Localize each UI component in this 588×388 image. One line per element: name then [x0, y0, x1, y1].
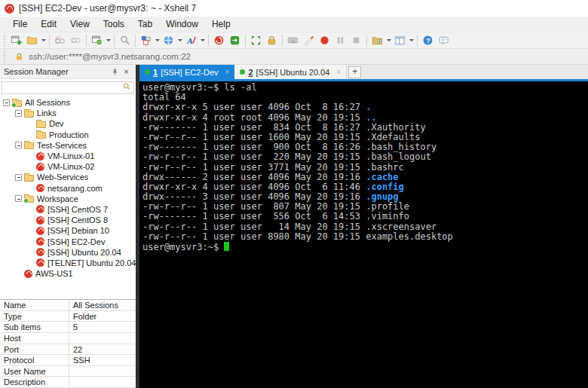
- toolbar-separator: [208, 35, 209, 47]
- session-properties-icon: [91, 35, 103, 46]
- tree-item-ssh-ubuntu-20-04[interactable]: [SSH] Ubuntu 20.04: [0, 247, 136, 258]
- lock-button[interactable]: [264, 33, 280, 47]
- search-icon: [122, 82, 131, 91]
- terminal-line: -rw-r--r-- 1 user user 8980 May 20 19:15…: [142, 232, 588, 242]
- terminal-dir-name: .config: [366, 182, 404, 192]
- font-button[interactable]: A: [183, 33, 199, 47]
- session-manager-panel: Session Manager × All SessionsLinksDevPr…: [0, 65, 139, 388]
- on-screen-keyboard-button[interactable]: [285, 33, 301, 47]
- tree-item-label: Workspace: [37, 194, 78, 203]
- color-scheme-dropdown[interactable]: [154, 33, 161, 47]
- tree-item-ssh-centos-7[interactable]: [SSH] CentOS 7: [0, 204, 136, 215]
- close-panel-button[interactable]: ×: [121, 66, 132, 78]
- tab-ssh-ubuntu-20-04[interactable]: 2 [SSH] Ubuntu 20.04×: [234, 65, 347, 79]
- menu-tab[interactable]: Tab: [131, 17, 159, 32]
- menu-window[interactable]: Window: [159, 17, 205, 32]
- record-session-button[interactable]: [317, 33, 332, 47]
- tree-item-aws-us1[interactable]: AWS-US1: [0, 268, 136, 279]
- address-bar-grip[interactable]: [3, 50, 7, 63]
- prop-label: Type: [0, 311, 69, 322]
- tree-expander[interactable]: [15, 174, 22, 181]
- find-button[interactable]: [117, 33, 133, 47]
- toolbar-grip[interactable]: [3, 35, 7, 47]
- menu-file[interactable]: File: [6, 17, 34, 32]
- reconnect-button[interactable]: [68, 33, 84, 47]
- disconnect-button[interactable]: [52, 33, 68, 47]
- folder-icon: [24, 111, 34, 118]
- encoding-button[interactable]: [161, 33, 176, 47]
- tree-item-production[interactable]: Production: [0, 130, 136, 140]
- stop-record-button[interactable]: [348, 33, 364, 47]
- full-screen-button[interactable]: [248, 33, 264, 47]
- pause-record-button[interactable]: [332, 33, 348, 47]
- address-url[interactable]: ssh://user:****@mysvr3.netsarang.com:22: [29, 52, 191, 61]
- tree-item-ssh-debian-10[interactable]: [SSH] Debian 10: [0, 225, 136, 236]
- pin-panel-button[interactable]: [109, 66, 121, 78]
- prop-label: Name: [0, 300, 69, 310]
- new-xftp-button[interactable]: [227, 33, 243, 47]
- tree-item-vm-linux-02[interactable]: VM-Linux-02: [0, 161, 136, 172]
- menu-help[interactable]: Help: [205, 17, 237, 32]
- tab-close-icon[interactable]: ×: [225, 69, 230, 76]
- font-dropdown[interactable]: [199, 33, 206, 47]
- tab-ssh-ec2-dev[interactable]: 1 [SSH] EC2-Dev×: [139, 65, 234, 79]
- feedback-button[interactable]: [436, 33, 452, 47]
- open-session-button[interactable]: [24, 33, 40, 47]
- tree-item-all-sessions[interactable]: All Sessions: [0, 97, 136, 108]
- reconnect-icon: [70, 35, 81, 46]
- transfer-folder-button[interactable]: [369, 33, 385, 47]
- tree-item-ssh-centos-8[interactable]: [SSH] CentOS 8: [0, 215, 136, 225]
- encoding-dropdown[interactable]: [176, 33, 183, 47]
- help-button[interactable]: ?: [420, 33, 436, 47]
- prop-value: 5: [69, 322, 136, 332]
- tree-item-label: netsarang.com: [47, 184, 103, 193]
- keyboard-icon: [287, 35, 299, 46]
- new-xshell-button[interactable]: [211, 33, 227, 47]
- toolbar-separator: [135, 35, 136, 47]
- tree-item-web-services[interactable]: Web-Services: [0, 172, 136, 182]
- tree-expander[interactable]: [15, 110, 22, 117]
- tree-expander[interactable]: [15, 195, 22, 202]
- tree-item-label: VM-Linux-01: [47, 151, 94, 160]
- transfer-folder-dropdown[interactable]: [385, 33, 392, 47]
- tree-item-ssh-ec2-dev[interactable]: [SSH] EC2-Dev: [0, 236, 136, 246]
- session-search-input[interactable]: [2, 81, 134, 94]
- tree-item-dev[interactable]: Dev: [0, 118, 136, 129]
- tree-item-label: All Sessions: [25, 98, 70, 107]
- new-session-button[interactable]: [8, 33, 24, 47]
- tree-item-label: [SSH] Ubuntu 20.04: [47, 248, 121, 257]
- svg-text:A: A: [186, 36, 193, 45]
- tile-windows-dropdown[interactable]: [408, 33, 415, 47]
- compose-bar-button[interactable]: [301, 33, 317, 47]
- terminal-line: -rw------- 1 user user 556 Oct 6 14:53 .…: [142, 212, 588, 221]
- terminal[interactable]: user@mysvr3:~$ ls -altotal 64drwxr-xr-x …: [139, 81, 588, 388]
- toolbar: A ?: [0, 32, 588, 49]
- tile-windows-button[interactable]: [392, 33, 408, 47]
- new-tab-button[interactable]: +: [348, 66, 361, 78]
- session-icon: [36, 216, 44, 225]
- menu-tools[interactable]: Tools: [96, 17, 131, 32]
- tree-expander[interactable]: [3, 99, 10, 106]
- tree-expander[interactable]: [15, 142, 22, 148]
- session-properties-button[interactable]: [89, 33, 105, 47]
- tree-item-telnet-ubuntu-20-04[interactable]: [TELNET] Ubuntu 20.04: [0, 258, 136, 268]
- color-scheme-button[interactable]: [138, 33, 154, 47]
- session-properties-dropdown[interactable]: [105, 33, 112, 47]
- session-icon: [36, 258, 44, 267]
- tree-item-netsarang-com[interactable]: netsarang.com: [0, 183, 136, 194]
- menu-view[interactable]: View: [63, 17, 96, 32]
- menu-edit[interactable]: Edit: [34, 17, 63, 32]
- tree-item-workspace[interactable]: Workspace: [0, 194, 136, 204]
- tree-item-vm-linux-01[interactable]: VM-Linux-01: [0, 151, 136, 161]
- address-lock-icon: [14, 52, 24, 62]
- open-folder-icon: [26, 35, 38, 46]
- tree-item-label: Web-Services: [37, 173, 88, 182]
- tree-item-test-services[interactable]: Test-Services: [0, 140, 136, 151]
- address-bar[interactable]: ssh://user:****@mysvr3.netsarang.com:22: [0, 49, 588, 65]
- tabs: 1 [SSH] EC2-Dev×2 [SSH] Ubuntu 20.04×: [139, 65, 347, 79]
- tree-item-links[interactable]: Links: [0, 108, 136, 118]
- stop-icon: [351, 35, 362, 46]
- tab-close-icon[interactable]: ×: [336, 69, 341, 76]
- open-session-dropdown[interactable]: [40, 33, 47, 47]
- prop-row-user-name: User Name: [0, 366, 136, 377]
